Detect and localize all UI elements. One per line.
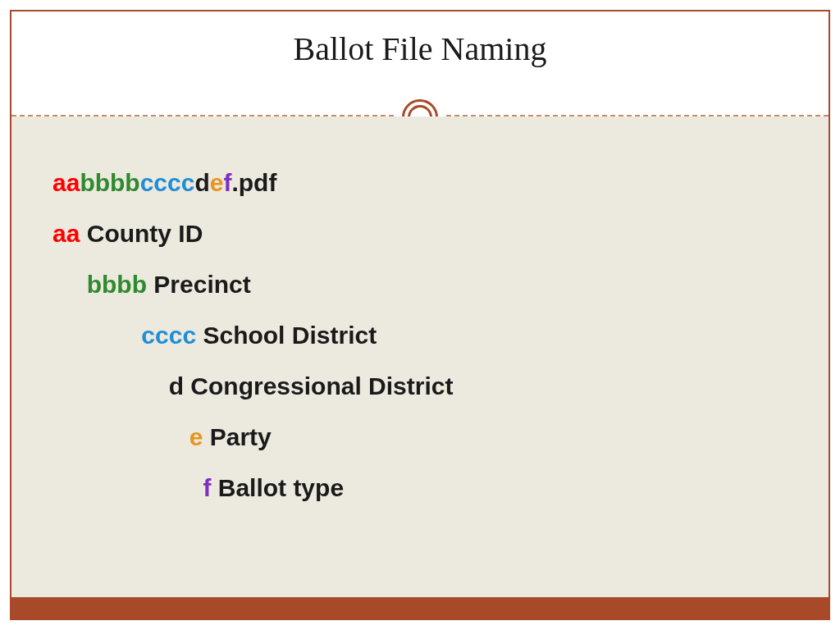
legend-code: d	[169, 372, 184, 399]
legend-code: f	[203, 474, 211, 501]
title-area: Ballot File Naming	[11, 11, 829, 110]
pattern-f: f	[223, 169, 231, 196]
pattern-cccc: cccc	[140, 169, 195, 196]
pattern-e: e	[210, 169, 224, 196]
legend-row-bbbb: bbbb Precinct	[52, 272, 453, 297]
content-block: aabbbbccccdef.pdf aa County ID bbbb Prec…	[52, 171, 453, 527]
legend-label: Party	[203, 423, 271, 450]
legend-row-aa: aa County ID	[52, 221, 453, 246]
legend-row-f: f Ballot type	[52, 476, 453, 500]
legend-label: Precinct	[147, 271, 251, 298]
pattern-d: d	[194, 169, 209, 196]
footer-bar	[11, 597, 829, 619]
slide-body: aabbbbccccdef.pdf aa County ID bbbb Prec…	[11, 116, 829, 619]
slide-frame: Ballot File Naming aabbbbccccdef.pdf aa …	[10, 10, 830, 620]
legend-code: e	[189, 423, 203, 450]
slide-title: Ballot File Naming	[294, 30, 547, 68]
legend-label: School District	[196, 322, 377, 349]
legend-label: Ballot type	[211, 474, 344, 501]
indent	[52, 423, 189, 450]
legend-row-e: e Party	[52, 425, 453, 450]
indent	[52, 271, 87, 298]
legend-label: County ID	[80, 220, 203, 247]
pattern-ext: .pdf	[231, 169, 276, 196]
legend-row-d: d Congressional District	[52, 374, 453, 399]
pattern-bbbb: bbbb	[80, 169, 139, 196]
legend-code: bbbb	[87, 271, 147, 298]
indent	[52, 474, 203, 501]
pattern-aa: aa	[52, 169, 80, 196]
indent	[52, 322, 141, 349]
legend-label: Congressional District	[184, 372, 453, 399]
indent	[52, 372, 169, 399]
legend-code: aa	[52, 220, 80, 247]
legend-row-cccc: cccc School District	[52, 323, 453, 348]
legend-code: cccc	[141, 322, 196, 349]
filename-pattern: aabbbbccccdef.pdf	[52, 171, 453, 195]
